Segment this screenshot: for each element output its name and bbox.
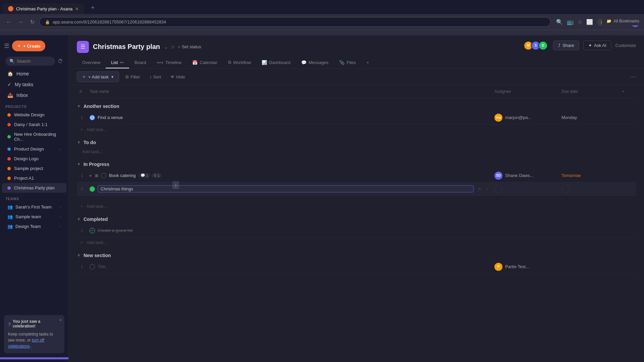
task-assignee-cell[interactable]	[492, 229, 559, 232]
section-in-progress[interactable]: ▼ In Progress	[77, 156, 636, 169]
tab-dashboard[interactable]: 📊 Dashboard	[256, 57, 296, 68]
tab-workflow[interactable]: ⧉ Workflow	[223, 57, 256, 68]
set-status-button[interactable]: ○ Set status	[178, 44, 201, 49]
sidebar-item-home[interactable]: 🏠 Home	[2, 68, 66, 79]
share-button[interactable]: ⤴ Share	[553, 41, 579, 50]
plus-icon: ＋	[79, 126, 84, 132]
tab-board[interactable]: Board	[129, 57, 152, 68]
filter-button[interactable]: ⚙ Filter	[122, 73, 144, 81]
task-status-icon[interactable]	[90, 186, 95, 192]
sidebar-team-design[interactable]: 👥 Design Team ›	[2, 222, 66, 231]
task-badges: 💬 1 ⊙ 1	[139, 173, 162, 178]
task-name-cell[interactable]: ↗ ›	[87, 183, 492, 194]
active-tab[interactable]: Christmas Party plan - Asana ✕	[3, 3, 84, 14]
section-completed[interactable]: ▼ Completed	[77, 211, 636, 224]
expand-icon[interactable]: ▶	[90, 174, 92, 177]
star-icon[interactable]: ☆	[171, 44, 175, 50]
task-number: 2	[77, 187, 87, 191]
col-add[interactable]: +	[619, 88, 636, 95]
task-assignee-cell[interactable]: SD Shane Daws...	[492, 170, 559, 181]
add-task-button[interactable]: ＋ + Add task ▼	[77, 71, 119, 82]
forward-button[interactable]: →	[16, 18, 25, 26]
expand-icon: ›	[60, 147, 61, 151]
toast-close-button[interactable]: ×	[59, 318, 62, 322]
task-assignee-cell[interactable]: P Partie Test...	[492, 261, 559, 272]
section-another-section[interactable]: ▼ Another section	[77, 98, 636, 111]
sidebar-item-inbox[interactable]: 📥 Inbox	[2, 90, 66, 101]
bookmark-icon[interactable]: ☆	[578, 19, 582, 25]
address-bar[interactable]: 🔒 app.asana.com/0/1206182861755067/12061…	[39, 17, 551, 27]
task-due-cell[interactable]	[559, 184, 619, 194]
chevron-down-icon: ▼	[77, 217, 81, 222]
tab-close-button[interactable]: ✕	[75, 6, 79, 11]
split-screen-icon[interactable]: ⬜	[586, 19, 593, 25]
task-status-icon[interactable]: ✓	[90, 228, 95, 233]
tab-timeline[interactable]: ⟺ Timeline	[152, 57, 187, 68]
sidebar-team-sarahs-first[interactable]: 👥 Sarah's First Team ›	[2, 202, 66, 212]
task-name-cell[interactable]: Title...	[87, 262, 492, 272]
tab-calendar[interactable]: 📅 Calendar	[187, 57, 223, 68]
chevron-down-icon: ▼	[77, 140, 81, 145]
tab-messages[interactable]: 💬 Messages	[296, 57, 334, 68]
url-text: app.asana.com/0/1206182861755067/1206182…	[53, 19, 166, 24]
clock-icon[interactable]: ⏱	[58, 58, 63, 64]
sidebar-item-daisy-sarah[interactable]: Daisy / Sarah 1:1	[2, 120, 66, 129]
create-button[interactable]: ＋ + Create	[12, 41, 45, 51]
task-assignee-cell[interactable]: ma marjun@pa...	[492, 112, 559, 123]
sidebar-item-new-hire[interactable]: New Hire Onboarding Ch...	[2, 129, 66, 144]
sort-button[interactable]: ↕ Sort	[146, 73, 164, 81]
home-icon: 🏠	[7, 71, 13, 76]
back-button[interactable]: ←	[4, 18, 13, 26]
sidebar-item-design-logo[interactable]: Design Logo	[2, 154, 66, 164]
task-status-icon[interactable]	[101, 173, 106, 178]
hamburger-button[interactable]: ☰	[4, 42, 9, 50]
sidebar-item-website-design[interactable]: Website Design	[2, 110, 66, 120]
new-tab-button[interactable]: +	[86, 2, 100, 14]
tab-list[interactable]: List •••	[106, 57, 129, 68]
circle-icon: ○	[178, 44, 180, 49]
task-due-cell: Monday	[559, 114, 619, 121]
task-status-icon[interactable]	[90, 115, 95, 120]
tab-files[interactable]: 📎 Files	[334, 57, 361, 68]
add-task-row[interactable]: ＋ Add task...	[77, 124, 636, 134]
project-tabs: Overview List ••• Board ⟺ Timeline 📅	[77, 57, 374, 68]
add-task-row[interactable]: Add task...	[77, 147, 636, 156]
teams-section-label: Teams	[0, 193, 68, 202]
browser-chrome: Christmas Party plan - Asana ✕ + ← → ↻ 🔒…	[0, 0, 644, 35]
task-name-cell[interactable]: ▶ ⊠ Book catering 💬 1 ⊙ 1	[87, 171, 492, 180]
dashboard-icon: 📊	[262, 60, 267, 65]
sidebar-item-project-a1[interactable]: Project A1	[2, 173, 66, 183]
section-new-section[interactable]: ▼ New section	[77, 247, 636, 260]
reload-button[interactable]: ↻	[28, 17, 37, 26]
task-status-icon[interactable]	[90, 264, 95, 269]
table-row: 1 Title... P Partie Test...	[77, 260, 636, 274]
assign-task-button[interactable]: ↗	[476, 186, 482, 192]
add-tab-button[interactable]: +	[361, 57, 375, 68]
hide-button[interactable]: 👁 Hide	[167, 73, 189, 81]
add-task-row[interactable]: ＋ Add task...	[77, 201, 636, 211]
add-task-row[interactable]: ＋ Add task...	[77, 237, 636, 247]
col-task-name: Task name	[87, 88, 492, 95]
section-to-do[interactable]: ▼ To do	[77, 134, 636, 147]
task-name-cell[interactable]: ✓ Create a guest list	[87, 226, 492, 235]
sidebar-item-my-tasks[interactable]: ✓ My tasks	[2, 79, 66, 90]
task-name-cell[interactable]: Find a venue	[87, 113, 492, 122]
task-name-input[interactable]	[98, 185, 474, 192]
ghost-avatar	[494, 185, 502, 193]
tab-overview[interactable]: Overview	[77, 57, 106, 68]
sidebar-item-christmas-party[interactable]: Christmas Party plan	[2, 183, 66, 193]
sidebar: ☰ ＋ + Create 🔍 Search ⏱ 🏠 Home ✓ My task…	[0, 35, 69, 362]
sidebar-team-sample[interactable]: 👥 Sample team ›	[2, 212, 66, 222]
sidebar-header: ☰ ＋ + Create	[0, 38, 68, 54]
ask-ai-button[interactable]: ✦ Ask AI	[583, 41, 611, 50]
cast-icon[interactable]: 📺	[567, 19, 574, 25]
search-icon[interactable]: 🔍	[556, 19, 563, 25]
sidebar-item-sample-project[interactable]: Sample project	[2, 164, 66, 173]
customize-button[interactable]: Customize	[615, 43, 636, 48]
expand-task-button[interactable]: ›	[485, 186, 489, 192]
more-options-button[interactable]: ⋯	[630, 73, 636, 80]
sidebar-search[interactable]: 🔍 Search	[5, 57, 55, 66]
sidebar-item-product-design[interactable]: Product Design ›	[2, 144, 66, 154]
task-assignee-cell[interactable]	[492, 184, 559, 194]
dropdown-arrow-icon[interactable]: ⌄	[164, 44, 168, 50]
